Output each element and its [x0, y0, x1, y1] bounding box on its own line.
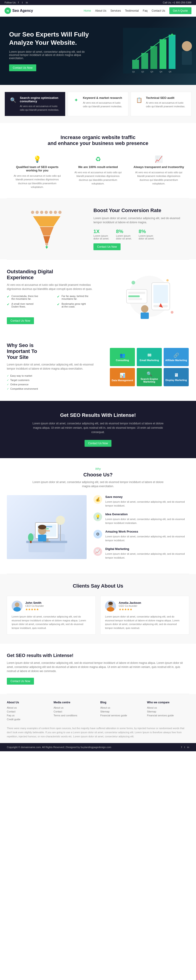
hero-cta-button[interactable]: Contact Us Now: [9, 64, 36, 71]
svg-point-19: [54, 211, 57, 214]
nav-testimonial[interactable]: Testimonial: [125, 9, 139, 12]
logo: N Seo Agency: [5, 8, 33, 14]
outstanding-illustration: [109, 271, 189, 321]
organic-cards: 💡 Qualified team of SEO experts working …: [9, 153, 187, 191]
footer-col-title-1: Media centre: [54, 701, 96, 704]
svg-point-15: [36, 211, 39, 214]
check-icon-0a: ✔: [7, 295, 9, 300]
seo-dark-cta-button[interactable]: Contact Us Now: [85, 440, 112, 447]
choose-icon-0: 💰: [93, 495, 102, 504]
twitter-link[interactable]: t: [22, 1, 22, 4]
tc-meta-0: John Smith CEO Co.founder ★★★★★: [25, 601, 44, 611]
nav-contact[interactable]: Contact Us: [152, 9, 165, 12]
footer-in-link[interactable]: in: [187, 746, 189, 749]
srl-inner: Get SEO results with Lintense! Lorem ips…: [7, 653, 189, 685]
feature-title-1: Keyword & market research: [83, 96, 124, 100]
choose-us-items: 💰 Save money Lorem ipsum dolor sit amet,…: [93, 495, 189, 565]
svg-point-40: [171, 311, 174, 313]
footer-col-3: Who we compare About us Sitemap Financia…: [147, 701, 189, 722]
choose-item-0: 💰 Save money Lorem ipsum dolor sit amet,…: [93, 495, 189, 508]
footer-link-1-2[interactable]: Terms and conditions: [54, 714, 96, 717]
hero-heading: Our Seo Experts Will Fully Analyze Your …: [9, 30, 96, 47]
footer-link-0-1[interactable]: Contact: [7, 710, 49, 713]
point-0b: ✔ Far far away, behind themountains far.: [57, 295, 103, 300]
footer-link-0-3[interactable]: Credit guide: [7, 718, 49, 721]
feature-title-2: Technical SEO audit: [146, 96, 187, 100]
footer-link-3-0[interactable]: About us: [147, 706, 189, 709]
svg-point-56: [28, 533, 33, 541]
choose-item-2: ⚙ Amazing Work Process Lorem ipsum dolor…: [93, 530, 189, 542]
organic-icon-1: ♻: [72, 156, 124, 163]
point-text-1b: Bookmarks grow rightat the coast.: [62, 302, 86, 308]
testimonials: John Smith CEO Co.founder ★★★★★ Lorem ip…: [7, 596, 189, 635]
choose-title-1: Idea Generation: [105, 512, 189, 516]
feature-icon-0: 🔍: [9, 96, 17, 104]
footer-link-0-2[interactable]: Faq us: [7, 714, 49, 717]
choose-content-3: Digital Marketing Lorem ipsum dolor sit …: [105, 547, 189, 560]
seo-tile-0: 👥 Consulting: [110, 348, 135, 366]
avatar-0: [12, 601, 22, 612]
footer-copyright: Copyright © domainname.com. All Rights R…: [7, 746, 111, 749]
choose-content-2: Amazing Work Process Lorem ipsum dolor s…: [105, 530, 189, 542]
footer-link-1-1[interactable]: Contact: [54, 710, 96, 713]
get-quote-button[interactable]: Get A Quote: [169, 7, 191, 14]
feature-card-1: ✦ Keyword & market research At vero eos …: [68, 92, 128, 116]
footer-link-2-2[interactable]: Financial services guide: [100, 714, 142, 717]
footer-col-2: Blog About us Sitemap Financial services…: [100, 701, 142, 722]
organic-card-0: 💡 Qualified team of SEO experts working …: [9, 153, 65, 191]
srl-heading: Get SEO results with Lintense!: [7, 653, 189, 658]
seo-tile-5: 🖥 Display Marketing: [164, 368, 189, 386]
svg-rect-2: [141, 53, 148, 69]
tile-icon-2: 🔗: [174, 352, 179, 358]
outstanding-points: ✔ Concectatulia, there livethe mountains…: [7, 295, 103, 310]
instagram-link[interactable]: in: [26, 1, 28, 4]
organic-title-0: Qualified team of SEO experts working fo…: [11, 165, 63, 172]
boost-stats: 1X Lorem ipsumdolor sit amet. 8% Lorem i…: [93, 229, 189, 240]
svg-text:Q1: Q1: [132, 70, 135, 73]
why-seo-section: Why Seo isImportant ToYour Site Lorem ip…: [0, 333, 196, 401]
seo-tile-1: ✉ Email Marketing: [137, 348, 162, 366]
nav-services[interactable]: Services: [111, 9, 121, 12]
nav-about[interactable]: About Us: [95, 9, 106, 12]
svg-text:Q2: Q2: [141, 70, 144, 73]
footer-link-3-1[interactable]: Sitemap: [147, 710, 189, 713]
footer-fb-link[interactable]: f: [181, 746, 182, 749]
feature-icon-1: ✦: [72, 96, 80, 104]
boost-cta-button[interactable]: Contact Us Now: [93, 243, 120, 250]
nav-home[interactable]: Home: [84, 9, 91, 12]
svg-rect-32: [128, 292, 145, 294]
footer-link-0-0[interactable]: About us: [7, 706, 49, 709]
footer-tw-link[interactable]: t: [184, 746, 185, 749]
outstanding-cta-button[interactable]: Contact Us Now: [7, 317, 34, 324]
tc-name-1: Amelia Jackson: [119, 601, 141, 605]
footer-col-title-0: About Us: [7, 701, 49, 704]
point-text-0a: Concectatulia, there livethe mountains f…: [11, 295, 38, 300]
nav-faq[interactable]: Faq: [143, 9, 148, 12]
facebook-link[interactable]: f: [18, 1, 19, 4]
choose-icon-2: ⚙: [93, 530, 102, 539]
check-icon-0b: ✔: [57, 295, 60, 300]
boost-section: Boost Your Conversion Rate Lorem ipsum d…: [0, 198, 196, 259]
choose-icon-1: 💡: [93, 512, 102, 521]
svg-point-61: [107, 607, 114, 612]
organic-heading: Increase organic website trafficand enha…: [9, 134, 187, 146]
organic-icon-2: 📈: [133, 156, 185, 163]
srl-cta-button[interactable]: Contact Us Now: [7, 678, 34, 685]
svg-point-35: [141, 305, 149, 312]
point-1a: ✔ A small river namedDuden flows.: [7, 302, 52, 308]
footer-link-3-2[interactable]: Financial services guide: [147, 714, 189, 717]
organic-card-1: ♻ We are 100% result-oriented At vero eo…: [70, 153, 126, 191]
tc-header-1: Amelia Jackson CEO Co.founder ★★★★★: [105, 601, 184, 612]
tc-text-1: Lorem ipsum dolor sit amet, consectetur …: [105, 615, 184, 630]
stat-label-0: Lorem ipsumdolor sit amet.: [93, 234, 109, 240]
svg-point-58: [15, 603, 19, 607]
choose-title-0: Save money: [105, 495, 189, 499]
outstanding-heading: Outstanding DigitalExperience: [7, 269, 103, 280]
footer-link-1-0[interactable]: About us: [54, 706, 96, 709]
organic-card-2: 📈 Always transparent and trustworthy At …: [131, 153, 187, 191]
svg-rect-29: [153, 285, 168, 303]
svg-text:Q4: Q4: [160, 70, 162, 73]
nav-links: Home About Us Services Testimonial Faq C…: [84, 7, 191, 14]
footer-link-2-1[interactable]: Sitemap: [100, 710, 142, 713]
footer-link-2-0[interactable]: About us: [100, 706, 142, 709]
